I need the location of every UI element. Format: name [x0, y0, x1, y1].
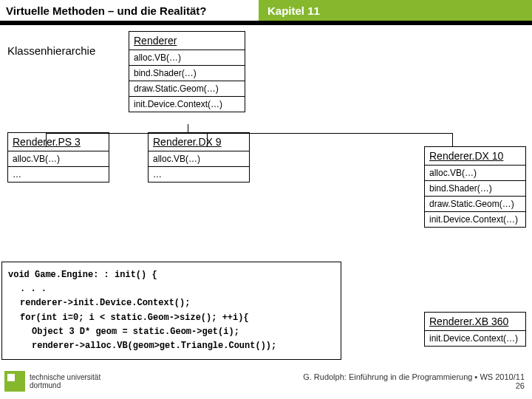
footer-credit: G. Rudolph: Einführung in die Programmie… [303, 372, 525, 390]
class-method: init.Device.Context(…) [129, 96, 245, 112]
code-line: renderer->alloc.VB(geom>get.Triangle.Cou… [8, 339, 335, 353]
slide-title: Virtuelle Methoden – und die Realität? [0, 0, 259, 21]
class-box-xb360: Renderer.XB 360 init.Device.Context(…) [424, 312, 526, 346]
class-box-dx9: Renderer.DX 9 alloc.VB(…) … [148, 132, 250, 182]
class-method: … [148, 166, 250, 183]
code-line: for(int i=0; i < static.Geom->size(); ++… [8, 311, 335, 325]
code-line: void Game.Engine: : init() { [8, 268, 335, 282]
class-method: bind.Shader(…) [129, 65, 245, 81]
class-box-renderer: Renderer alloc.VB(…) bind.Shader(…) draw… [129, 31, 245, 112]
code-snippet: void Game.Engine: : init() { . . . rende… [1, 262, 341, 360]
class-name: Renderer.DX 9 [148, 132, 250, 151]
page-number: 26 [303, 381, 525, 390]
chapter-badge: Kapitel 11 [259, 0, 532, 21]
class-method: init.Device.Context(…) [424, 330, 526, 347]
section-label: Klassenhierarchie [3, 31, 129, 57]
class-method: draw.Static.Geom(…) [424, 196, 526, 212]
class-method: alloc.VB(…) [148, 151, 250, 167]
uml-connector [452, 133, 453, 146]
slide-footer: technische universität dortmund G. Rudol… [0, 366, 532, 399]
class-name: Renderer.DX 10 [424, 146, 526, 166]
class-box-ps3: Renderer.PS 3 alloc.VB(…) … [7, 132, 109, 182]
uml-connector [46, 133, 452, 134]
class-method: alloc.VB(…) [424, 165, 526, 181]
class-box-dx10: Renderer.DX 10 alloc.VB(…) bind.Shader(…… [424, 146, 526, 227]
code-line: renderer->init.Device.Context(); [8, 296, 335, 310]
tu-logo-text: technische universität dortmund [30, 373, 100, 389]
code-line: Object 3 D* geom = static.Geom->get(i); [8, 325, 335, 339]
tu-logo: technische universität dortmund [4, 371, 100, 392]
code-line: . . . [8, 282, 335, 296]
uml-connector [46, 133, 47, 146]
tu-logo-icon [4, 371, 25, 392]
uml-connector [188, 124, 188, 133]
class-method: init.Device.Context(…) [424, 211, 526, 228]
slide-body: Klassenhierarchie Renderer alloc.VB(…) b… [0, 25, 532, 182]
class-method: … [7, 166, 109, 183]
class-name: Renderer.XB 360 [424, 312, 526, 331]
class-name: Renderer [129, 31, 245, 50]
class-method: alloc.VB(…) [129, 50, 245, 66]
uml-connector [207, 133, 208, 146]
class-method: draw.Static.Geom(…) [129, 81, 245, 97]
class-method: alloc.VB(…) [7, 151, 109, 167]
class-name: Renderer.PS 3 [7, 132, 109, 151]
slide-header: Virtuelle Methoden – und die Realität? K… [0, 0, 532, 22]
class-method: bind.Shader(…) [424, 180, 526, 197]
credit-line: G. Rudolph: Einführung in die Programmie… [303, 372, 525, 381]
